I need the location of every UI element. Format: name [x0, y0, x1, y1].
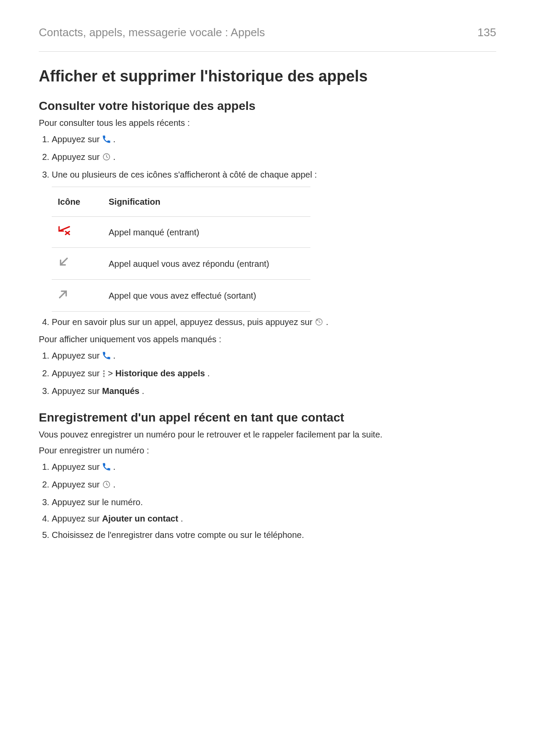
list-item: Choisissez de l'enregistrer dans votre c… — [52, 529, 496, 541]
clock-icon — [102, 152, 111, 164]
list-item: Une ou plusieurs de ces icônes s'affiche… — [52, 169, 496, 312]
svg-point-4 — [103, 375, 105, 377]
th-meaning: Signification — [103, 187, 310, 217]
icon-meaning-table: Icône Signification Appel manqué (entran… — [52, 187, 310, 312]
list-item: Appuyez sur . — [52, 478, 496, 492]
steps-view-history: Appuyez sur . Appuyez sur . Une ou plusi… — [39, 133, 496, 329]
list-item: Appuyez sur . — [52, 133, 496, 147]
list-item: Pour en savoir plus sur un appel, appuye… — [52, 316, 496, 329]
td-meaning: Appel auquel vous avez répondu (entrant) — [103, 248, 310, 280]
incoming-call-icon — [58, 256, 69, 271]
body-text: Vous pouvez enregistrer un numéro pour l… — [39, 429, 496, 440]
table-row: Appel auquel vous avez répondu (entrant) — [52, 248, 310, 280]
th-icon: Icône — [52, 187, 103, 217]
clock-icon — [102, 480, 111, 492]
table-row: Appel que vous avez effectué (sortant) — [52, 280, 310, 312]
td-meaning: Appel manqué (entrant) — [103, 217, 310, 248]
table-header-row: Icône Signification — [52, 187, 310, 217]
phone-icon — [102, 134, 111, 147]
list-item: Appuyez sur > Historique des appels . — [52, 367, 496, 381]
list-item: Appuyez sur Manqués . — [52, 385, 496, 397]
more-vert-icon — [102, 369, 106, 381]
menu-item-history: Historique des appels — [116, 369, 205, 378]
intro-text: Pour consulter tous les appels récents : — [39, 117, 496, 129]
breadcrumb: Contacts, appels, messagerie vocale : Ap… — [39, 26, 265, 39]
list-item: Appuyez sur . — [52, 350, 496, 363]
list-item: Appuyez sur Ajouter un contact . — [52, 512, 496, 525]
missed-call-icon — [58, 225, 71, 239]
menu-item-add-contact: Ajouter un contact — [102, 514, 178, 523]
outgoing-call-icon — [58, 288, 69, 303]
call-details-icon — [315, 317, 323, 329]
phone-icon — [102, 351, 111, 363]
section-title-save-contact: Enregistrement d'un appel récent en tant… — [39, 411, 496, 425]
table-row: Appel manqué (entrant) — [52, 217, 310, 248]
svg-point-2 — [103, 370, 105, 372]
menu-item-missed: Manqués — [102, 386, 140, 396]
svg-point-3 — [103, 373, 105, 375]
list-item: Appuyez sur le numéro. — [52, 496, 496, 508]
td-meaning: Appel que vous avez effectué (sortant) — [103, 280, 310, 312]
intro-text-missed: Pour afficher uniquement vos appels manq… — [39, 334, 496, 345]
page-number: 135 — [478, 26, 496, 39]
page-header: Contacts, appels, messagerie vocale : Ap… — [39, 26, 496, 52]
list-item: Appuyez sur . — [52, 151, 496, 164]
list-item: Appuyez sur . — [52, 461, 496, 474]
steps-missed-calls: Appuyez sur . Appuyez sur > Historique d… — [39, 350, 496, 397]
section-title-view-history: Consulter votre historique des appels — [39, 99, 496, 113]
phone-icon — [102, 462, 111, 474]
body-text: Pour enregistrer un numéro : — [39, 445, 496, 456]
steps-save-contact: Appuyez sur . Appuyez sur . Appuyez sur … — [39, 461, 496, 541]
page-title: Afficher et supprimer l'historique des a… — [39, 67, 496, 85]
